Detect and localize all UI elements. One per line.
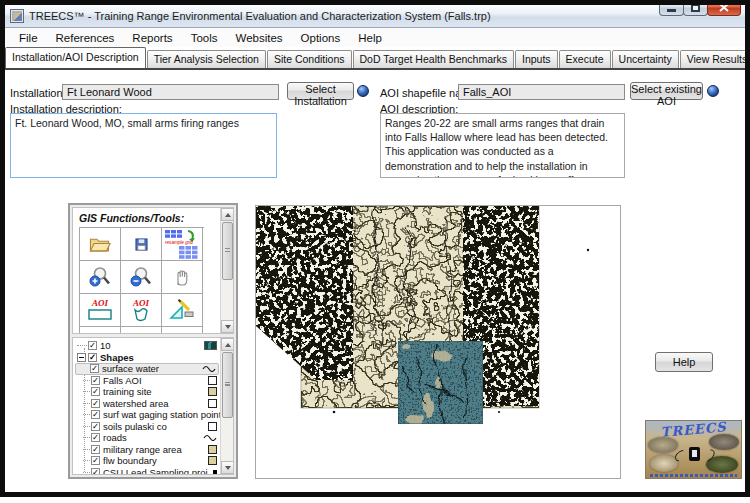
map-viewport[interactable] (255, 205, 621, 479)
zoom-out-tool[interactable] (121, 261, 162, 294)
scroll-up-arrow[interactable] (221, 208, 234, 221)
window-title: TREECS™ - Training Range Environmental E… (29, 10, 491, 22)
menu-reports[interactable]: Reports (123, 30, 181, 46)
tab-tier-analysis-selection[interactable]: Tier Analysis Selection (147, 50, 266, 68)
checkbox-checked[interactable]: ✓ (91, 387, 100, 396)
layer-row[interactable]: ✓ flw boundary (75, 455, 219, 467)
open-folder-tool[interactable] (80, 228, 121, 261)
minimize-button[interactable] (659, 0, 684, 16)
layer-row-raster[interactable]: ✓ 10 (75, 340, 219, 352)
measure-draw-tool[interactable] (162, 294, 203, 327)
layer-group-shapes[interactable]: ✓ Shapes (75, 352, 219, 364)
aoi-rectangle-tool[interactable]: AOI (80, 294, 121, 327)
map-canvas[interactable] (256, 206, 620, 478)
scroll-down-arrow[interactable] (221, 320, 234, 333)
pan-tool[interactable] (162, 261, 203, 294)
layer-row[interactable]: ✓ roads (75, 432, 219, 444)
aoi-rectangle-label: AOI (92, 299, 108, 308)
close-button[interactable] (707, 0, 741, 16)
checkbox-checked[interactable]: ✓ (88, 341, 97, 350)
tab-uncertainty[interactable]: Uncertainty (612, 50, 679, 68)
layers-box: ✓ 10 ✓ Shapes ✓ surface water (72, 337, 234, 475)
gis-tool-grid: resample grid (79, 227, 204, 334)
help-orb-icon[interactable] (357, 85, 369, 97)
square-symbol-icon (208, 456, 217, 465)
menu-file[interactable]: File (10, 30, 47, 46)
gis-tool-partial[interactable] (162, 327, 203, 334)
scroll-down-arrow[interactable] (221, 461, 234, 474)
save-icon (135, 238, 148, 251)
tab-inputs[interactable]: Inputs (515, 50, 558, 68)
menu-options[interactable]: Options (292, 30, 350, 46)
checkbox-checked[interactable]: ✓ (91, 399, 100, 408)
zoom-in-tool[interactable] (80, 261, 121, 294)
save-tool[interactable] (121, 228, 162, 261)
tools-scrollbar-thumb[interactable] (222, 222, 233, 280)
layer-label: surf wat gaging station point (103, 409, 221, 420)
layers-scrollbar[interactable] (220, 338, 233, 474)
gis-tool-partial[interactable] (121, 327, 162, 334)
checkbox-checked[interactable]: ✓ (91, 456, 100, 465)
checkbox-checked[interactable]: ✓ (91, 433, 100, 442)
help-orb-icon[interactable] (707, 85, 719, 97)
aoi-polygon-label: AOI (133, 299, 149, 308)
layer-row[interactable]: ✓ training site (75, 386, 219, 398)
layer-row[interactable]: ✓ military range area (75, 444, 219, 456)
checkbox-checked[interactable]: ✓ (91, 468, 100, 475)
checkbox-checked[interactable]: ✓ (91, 376, 100, 385)
layer-row[interactable]: ✓ surf wat gaging station point (75, 409, 219, 421)
layer-row-selected[interactable]: ✓ surface water (75, 363, 219, 375)
maximize-button[interactable] (683, 0, 708, 16)
layer-tree: ✓ 10 ✓ Shapes ✓ surface water (75, 340, 219, 475)
logo-center-emblem-icon (689, 447, 700, 461)
layers-scrollbar-thumb[interactable] (222, 352, 233, 418)
aoi-rectangle-icon (87, 308, 113, 321)
layer-row[interactable]: ✓ Falls AOI (75, 375, 219, 387)
maximize-icon (691, 4, 700, 12)
tab-site-conditions[interactable]: Site Conditions (267, 50, 352, 68)
tab-strip: Installation/AOI Description Tier Analys… (5, 47, 745, 68)
aoi-shapefile-input[interactable] (458, 84, 625, 100)
menu-websites[interactable]: Websites (226, 30, 291, 46)
aoi-polygon-tool[interactable]: AOI (121, 294, 162, 327)
menu-tools[interactable]: Tools (182, 30, 227, 46)
gis-tool-partial[interactable] (80, 327, 121, 334)
zoom-out-icon (129, 265, 153, 289)
point-symbol-icon (213, 470, 217, 474)
menu-references[interactable]: References (47, 30, 124, 46)
menu-help[interactable]: Help (349, 30, 391, 46)
square-symbol-icon (208, 445, 217, 454)
select-installation-button[interactable]: Select Installation (287, 82, 354, 100)
select-existing-aoi-button[interactable]: Select existing AOI (630, 82, 703, 100)
checkbox-checked[interactable]: ✓ (91, 445, 100, 454)
installation-description-textarea[interactable]: Ft. Leonard Wood, MO, small arms firing … (10, 113, 277, 178)
square-symbol-icon (208, 387, 217, 396)
layer-row[interactable]: ✓ CSU Lead Sampling proj (75, 467, 219, 476)
layer-label: watershed area (103, 398, 168, 409)
layer-label: flw boundary (103, 455, 157, 466)
layer-row[interactable]: ✓ soils pulaski co (75, 421, 219, 433)
help-button[interactable]: Help (655, 352, 713, 372)
close-icon (719, 3, 729, 12)
logo-caption-text (650, 474, 737, 477)
checkbox-checked[interactable]: ✓ (91, 422, 100, 431)
collapse-toggle-icon[interactable] (77, 353, 86, 362)
tools-scrollbar[interactable] (220, 208, 233, 333)
tab-installation-aoi-description[interactable]: Installation/AOI Description (5, 47, 146, 68)
installation-name-input[interactable] (62, 84, 279, 100)
tab-execute[interactable]: Execute (559, 50, 611, 68)
checkbox-checked[interactable]: ✓ (91, 410, 100, 419)
tab-view-results[interactable]: View Results (680, 50, 750, 68)
aoi-description-textarea[interactable]: Ranges 20-22 are small arms ranges that … (380, 113, 625, 178)
layer-label: military range area (103, 444, 182, 455)
open-folder-icon (89, 236, 111, 253)
layer-group-label: Shapes (100, 352, 134, 363)
checkbox-checked[interactable]: ✓ (90, 364, 99, 373)
scroll-up-arrow[interactable] (221, 338, 234, 351)
polyline-symbol-icon (202, 363, 216, 374)
menu-bar: File References Reports Tools Websites O… (5, 28, 745, 47)
tab-dod-target-health-benchmarks[interactable]: DoD Target Health Benchmarks (353, 50, 514, 68)
resample-grid-tool[interactable]: resample grid (162, 228, 203, 261)
layer-row[interactable]: ✓ watershed area (75, 398, 219, 410)
checkbox-checked[interactable]: ✓ (88, 353, 97, 362)
